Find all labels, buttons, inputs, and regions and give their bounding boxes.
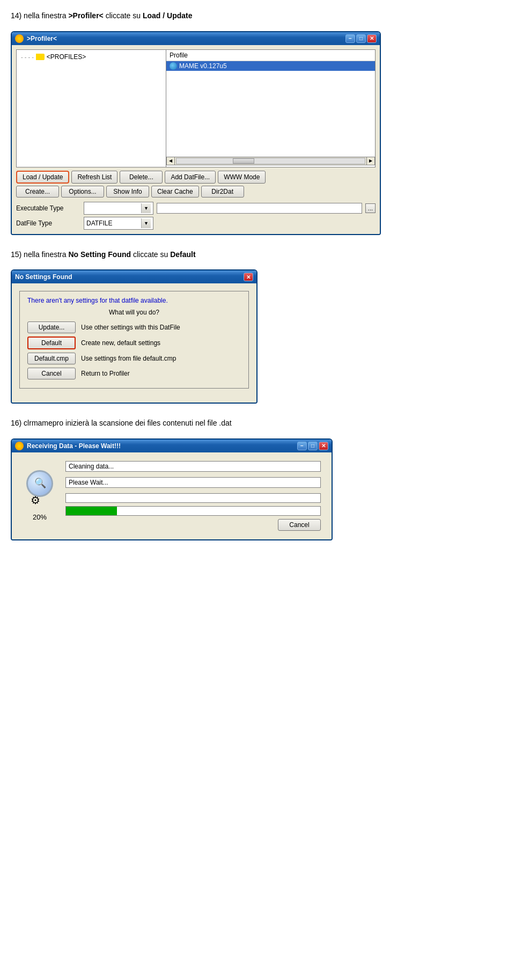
progress-bar-empty	[65, 493, 321, 503]
no-settings-info-text: There aren't any settings for that datfi…	[27, 297, 241, 304]
tree-dots: - - - -	[21, 54, 34, 60]
please-wait-input	[65, 477, 321, 488]
cleaning-data-input	[65, 461, 321, 472]
dat-type-combo[interactable]: DATFILE ▼	[84, 217, 153, 230]
receiving-window-icon	[15, 442, 24, 450]
minimize-button[interactable]: −	[345, 34, 355, 43]
no-settings-titlebar: No Settings Found ✕	[12, 270, 256, 283]
magnifier-icon: 🔍 ⚙	[26, 470, 53, 499]
profiles-tree-item[interactable]: - - - - <PROFILES>	[19, 52, 164, 62]
dir2dat-button[interactable]: Dir2Dat	[201, 186, 244, 198]
update-label: Use other settings with this DatFile	[81, 324, 180, 331]
receiving-cancel-button[interactable]: Cancel	[278, 519, 321, 531]
progress-row-2	[65, 477, 321, 490]
receiving-minimize-button[interactable]: −	[297, 442, 307, 450]
scroll-left-arrow[interactable]: ◀	[166, 157, 175, 165]
magnify-face: 🔍	[34, 477, 46, 489]
window-controls: − □ ✕	[297, 442, 328, 450]
profile-list-item[interactable]: MAME v0.127u5	[166, 61, 375, 71]
scroll-right-arrow[interactable]: ▶	[366, 157, 375, 165]
step15-text: 15) nella finestra No Setting Found clic…	[11, 250, 504, 260]
progress-bar-inner	[66, 507, 117, 515]
exe-type-combo[interactable]: ▼	[84, 202, 153, 215]
update-button[interactable]: Update...	[27, 321, 76, 333]
step16-text: 16) clrmamepro inizierà la scansione dei…	[11, 418, 504, 429]
options-button[interactable]: Options...	[61, 186, 104, 198]
magnify-glass: 🔍	[26, 470, 53, 497]
add-datfile-button[interactable]: Add DatFile...	[165, 171, 216, 184]
profile-list-panel: Profile MAME v0.127u5 ◀ ▶	[166, 49, 376, 167]
receiving-body: 🔍 ⚙ 20% Cancel	[12, 452, 332, 539]
receiving-restore-button[interactable]: □	[308, 442, 318, 450]
load-update-button[interactable]: Load / Update	[16, 171, 69, 184]
profiler-window: >Profiler< − □ ✕ - - - - <PROFILES> Prof…	[11, 31, 381, 235]
restore-button[interactable]: □	[356, 34, 366, 43]
progress-row-1	[65, 461, 321, 474]
titlebar-left: No Settings Found	[15, 273, 72, 281]
window-controls: ✕	[244, 273, 253, 281]
window-controls: − □ ✕	[345, 34, 377, 43]
dat-type-combo-arrow[interactable]: ▼	[141, 218, 151, 228]
receiving-close-button[interactable]: ✕	[319, 442, 328, 450]
tree-item-label: <PROFILES>	[47, 53, 86, 61]
default-cmp-action-row: Default.cmp Use settings from file defau…	[27, 353, 241, 364]
no-settings-close-button[interactable]: ✕	[244, 273, 253, 281]
no-settings-window: No Settings Found ✕ There aren't any set…	[11, 269, 258, 404]
titlebar-left: >Profiler<	[15, 34, 57, 43]
profiler-body: - - - - <PROFILES> Profile MAME v0.127u5…	[12, 45, 380, 234]
no-settings-body: There aren't any settings for that datfi…	[12, 283, 256, 403]
profiles-tree-panel: - - - - <PROFILES>	[16, 49, 166, 167]
titlebar-left: Receiving Data - Please Wait!!!	[15, 442, 121, 450]
www-mode-button[interactable]: WWW Mode	[218, 171, 266, 184]
progress-bar-outer	[65, 506, 321, 516]
no-settings-title: No Settings Found	[15, 273, 72, 281]
profiler-title: >Profiler<	[27, 35, 57, 42]
profile-item-icon	[170, 62, 177, 70]
profiler-window-icon	[15, 34, 24, 43]
profiler-fields: Executable Type ▼ ... DatFile Type DATFI…	[16, 202, 376, 230]
profile-list-empty	[166, 71, 375, 157]
exe-type-input[interactable]	[157, 203, 362, 214]
receiving-window: Receiving Data - Please Wait!!! − □ ✕ 🔍 …	[11, 438, 333, 540]
exe-type-combo-arrow[interactable]: ▼	[141, 203, 151, 213]
receiving-titlebar: Receiving Data - Please Wait!!! − □ ✕	[12, 440, 332, 452]
exe-type-label: Executable Type	[16, 204, 80, 212]
dat-type-label: DatFile Type	[16, 220, 80, 227]
default-button[interactable]: Default	[27, 337, 76, 349]
datfile-type-row: DatFile Type DATFILE ▼	[16, 217, 376, 230]
refresh-list-button[interactable]: Refresh List	[71, 171, 117, 184]
profiler-buttons-row1: Load / Update Refresh List Delete... Add…	[16, 171, 376, 184]
horizontal-scrollbar[interactable]: ◀ ▶	[166, 157, 375, 165]
percent-label: 20%	[33, 513, 47, 521]
profile-column-header: Profile	[166, 50, 375, 61]
delete-button[interactable]: Delete...	[120, 171, 163, 184]
cancel-action-row: Cancel Return to Profiler	[27, 368, 241, 379]
profile-item-label: MAME v0.127u5	[179, 62, 227, 70]
clear-cache-button[interactable]: Clear Cache	[151, 186, 199, 198]
default-label: Create new, default settings	[81, 339, 160, 347]
default-action-row: Default Create new, default settings	[27, 337, 241, 349]
scrollbar-track[interactable]	[176, 158, 365, 164]
step14-text: 14) nella finestra >Profiler< cliccate s…	[11, 11, 504, 21]
default-cmp-button[interactable]: Default.cmp	[27, 353, 76, 364]
dialog-cancel-button[interactable]: Cancel	[27, 368, 76, 379]
profiler-titlebar: >Profiler< − □ ✕	[12, 32, 380, 45]
dat-type-value: DATFILE	[86, 220, 112, 227]
default-cmp-label: Use settings from file default.cmp	[81, 355, 176, 362]
no-settings-group: There aren't any settings for that datfi…	[19, 291, 249, 389]
receiving-cancel-row: Cancel	[65, 519, 321, 531]
receiving-title: Receiving Data - Please Wait!!!	[27, 442, 121, 450]
percent-display: 20%	[33, 513, 47, 521]
receiving-icon-area: 🔍 ⚙ 20%	[23, 461, 57, 531]
gear-icon: ⚙	[31, 494, 40, 507]
exe-type-browse-button[interactable]: ...	[365, 203, 376, 213]
update-action-row: Update... Use other settings with this D…	[27, 321, 241, 333]
show-info-button[interactable]: Show Info	[106, 186, 149, 198]
cancel-label: Return to Profiler	[81, 370, 130, 377]
folder-icon	[36, 54, 45, 60]
close-button[interactable]: ✕	[367, 34, 377, 43]
no-settings-question: What will you do?	[27, 309, 241, 316]
scrollbar-thumb[interactable]	[233, 158, 254, 164]
executable-type-row: Executable Type ▼ ...	[16, 202, 376, 215]
create-button[interactable]: Create...	[16, 186, 59, 198]
